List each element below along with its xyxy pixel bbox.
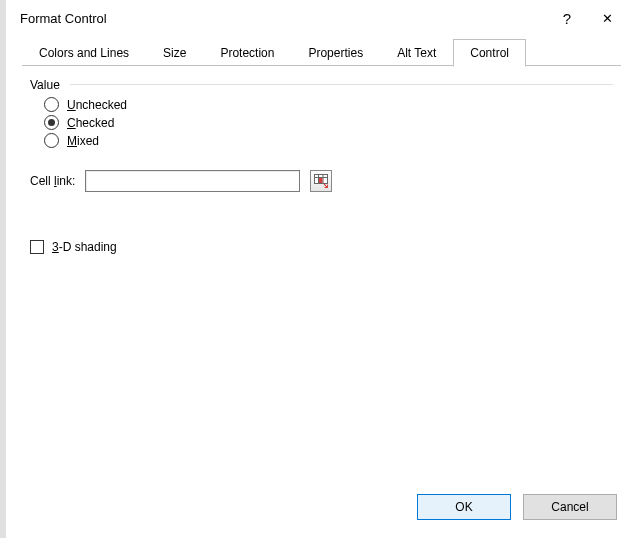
radio-unchecked-row[interactable]: Unchecked	[44, 97, 613, 112]
cancel-button[interactable]: Cancel	[523, 494, 617, 520]
tab-size[interactable]: Size	[146, 39, 203, 66]
shading-row[interactable]: 3-D shading	[30, 240, 613, 254]
radio-checked[interactable]	[44, 115, 59, 130]
range-picker-button[interactable]	[310, 170, 332, 192]
radio-unchecked[interactable]	[44, 97, 59, 112]
cell-link-input[interactable]	[85, 170, 300, 192]
range-picker-icon	[314, 174, 328, 188]
radio-mixed-row[interactable]: Mixed	[44, 133, 613, 148]
cell-link-label: Cell link:	[30, 174, 75, 188]
cell-link-row: Cell link:	[30, 170, 613, 192]
dialog-title: Format Control	[20, 11, 547, 26]
radio-checked-label: Checked	[67, 116, 114, 130]
radio-checked-row[interactable]: Checked	[44, 115, 613, 130]
close-button[interactable]: ✕	[587, 3, 627, 33]
tab-colors-and-lines[interactable]: Colors and Lines	[22, 39, 146, 66]
radio-mixed[interactable]	[44, 133, 59, 148]
value-group-label: Value	[30, 78, 613, 92]
tab-properties[interactable]: Properties	[291, 39, 380, 66]
radio-mixed-label: Mixed	[67, 134, 99, 148]
help-button[interactable]: ?	[547, 3, 587, 33]
format-control-dialog: Format Control ? ✕ Colors and Lines Size…	[0, 0, 637, 538]
dialog-buttons: OK Cancel	[417, 494, 617, 520]
tabstrip: Colors and Lines Size Protection Propert…	[6, 36, 637, 66]
ok-button[interactable]: OK	[417, 494, 511, 520]
tab-alt-text[interactable]: Alt Text	[380, 39, 453, 66]
tab-control[interactable]: Control	[453, 39, 526, 67]
value-group-divider	[70, 84, 613, 85]
titlebar: Format Control ? ✕	[6, 0, 637, 36]
svg-rect-4	[319, 178, 323, 183]
control-panel: Value Unchecked Checked Mixed Cell link:	[6, 66, 637, 266]
shading-label: 3-D shading	[52, 240, 117, 254]
shading-checkbox[interactable]	[30, 240, 44, 254]
tab-protection[interactable]: Protection	[203, 39, 291, 66]
radio-unchecked-label: Unchecked	[67, 98, 127, 112]
